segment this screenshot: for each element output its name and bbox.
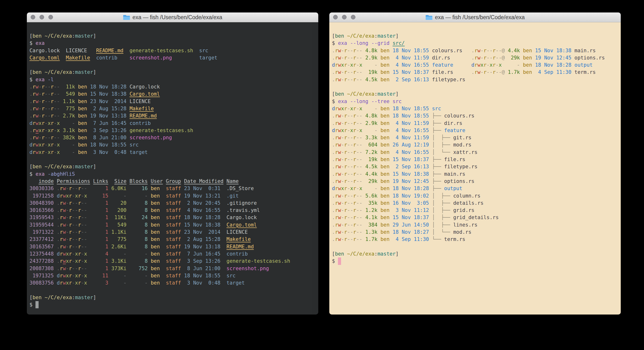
terminal-line: .rw-r--r-- 35k ben 16 Nov 3:05 │ ├── det… — [332, 200, 618, 207]
terminal-line: .rw-r--r-- 4.5k ben 2 Sep 16:13 filetype… — [332, 76, 618, 83]
terminal-line: .rw-r--r-- 5.6k ben 18 Nov 19:02 │ ├── c… — [332, 192, 618, 200]
terminal-line — [30, 156, 316, 163]
terminal-line: Cargo.toml Makefile contrib screenshot.p… — [30, 54, 316, 61]
terminal-line: .rw-r--r-- 4.8k ben 18 Nov 18:55 ├── col… — [332, 112, 618, 120]
terminal-line: drwxr-xr-x - ben 4 Nov 16:55 feature drw… — [332, 61, 618, 68]
terminal-line: $ — [332, 258, 618, 265]
terminal-line: .rw-r--r-- 4.4k ben 15 Nov 18:38 ├── mai… — [332, 170, 618, 178]
terminal-line — [30, 61, 316, 68]
terminal-line: .rw-r--r-- 1.1k ben 23 Nov 2014 LICENCE — [30, 98, 316, 105]
terminal-window-light: exa — fish /Users/ben/Code/exa/exa [ben … — [329, 12, 621, 314]
terminal-line: .rw-r--r-- 549 ben 15 Nov 18:38 Cargo.to… — [30, 90, 316, 98]
terminal-line: $ exa --long --tree src — [332, 98, 618, 105]
terminal-line: .rw-r--r-- 3.3k ben 4 Nov 11:59 │ ├── gi… — [332, 134, 618, 141]
terminal-line: $ exa -abghHliS — [30, 170, 316, 178]
terminal-line: [ben ~/C/e/exa:master] — [30, 68, 316, 76]
terminal-line: drwxr-xr-x - ben 4 Nov 16:55 ├── feature — [332, 127, 618, 134]
terminal-line: .rw-r--r-- 4.5k ben 2 Sep 16:13 ├── file… — [332, 163, 618, 170]
window-title-text: exa — fish /Users/ben/Code/exa/exa — [435, 14, 525, 20]
terminal-line: .rw-r--r-- 2.9k ben 4 Nov 11:59 ├── dir.… — [332, 120, 618, 127]
terminal-line — [332, 83, 618, 90]
terminal-line: $ exa — [30, 40, 316, 47]
terminal-line: $ exa --long --grid src/ — [332, 40, 618, 47]
close-button[interactable] — [31, 15, 35, 20]
terminal-line: 31959543 .rw-r--r-- 1 11Ki 24 ben staff … — [30, 214, 316, 221]
terminal-line: .rw-r--r-- 384 ben 29 Jun 14:50 │ ├── li… — [332, 221, 618, 228]
folder-icon — [426, 14, 432, 20]
minimize-button[interactable] — [40, 15, 44, 20]
terminal-line: Cargo.lock LICENCE README.md generate-te… — [30, 47, 316, 54]
terminal-line: 30163567 .rw-r--r-- 1 2.6Ki 8 ben staff … — [30, 243, 316, 250]
terminal-line: .rw-r--r-- 382k ben 8 Jun 21:00 screensh… — [30, 134, 316, 141]
minimize-button[interactable] — [342, 15, 346, 20]
terminal-line: $ — [30, 301, 316, 308]
terminal-screen-light[interactable]: [ben ~/C/e/exa:master]$ exa --long --gri… — [329, 22, 621, 314]
terminal-line: 31959544 .rw-r--r-- 1 549 8 ben staff 15… — [30, 221, 316, 228]
terminal-line: .rw-r--r-- 4.1k ben 15 Nov 18:37 │ ├── g… — [332, 214, 618, 221]
terminal-line: [ben ~/C/e/exa:master] — [30, 163, 316, 170]
terminal-line — [30, 286, 316, 294]
terminal-line: .rw-r--r-- 7.2k ben 4 Nov 16:55 │ └── xa… — [332, 149, 618, 156]
terminal-line: drwxr-xr-x - ben 3 Nov 0:48 target — [30, 149, 316, 156]
terminal-line: .rw-r--r-- 1.7k ben 4 Sep 11:30 └── term… — [332, 236, 618, 243]
terminal-line: [ben ~/C/e/exa:master] — [30, 294, 316, 301]
terminal-line: inode Permissions Links Size Blocks User… — [30, 178, 316, 185]
window-title: exa — fish /Users/ben/Code/exa/exa — [426, 14, 525, 20]
terminal-line: 30083756 drwxr-xr-x 3 - - ben staff 3 No… — [30, 279, 316, 286]
terminal-line: .rwxr-xr-x 3.1k ben 3 Sep 13:26 generate… — [30, 127, 316, 134]
terminal-line: [ben ~/C/e/exa:master] — [332, 90, 618, 98]
terminal-line: .rw-r--r-- 19k ben 15 Nov 18:37 file.rs … — [332, 68, 618, 76]
terminal-line: [ben ~/C/e/exa:master] — [332, 250, 618, 258]
terminal-line: .rw-r--r-- 775 ben 2 Aug 15:28 Makefile — [30, 105, 316, 112]
desktop: { "windows": { "left": { "title": "exa —… — [0, 0, 644, 350]
terminal-line: 12375448 drwxr-xr-x 4 - - ben staff 7 Ju… — [30, 250, 316, 258]
terminal-line: .rw-r--r-- 2.7k ben 19 Nov 13:18 README.… — [30, 112, 316, 120]
terminal-line: .rw-r--r-- 29k ben 19 Nov 12:45 ├── opti… — [332, 178, 618, 185]
terminal-line: .rw-r--r-- 19k ben 15 Nov 18:37 ├── file… — [332, 156, 618, 163]
window-controls — [333, 15, 356, 20]
terminal-screen-dark[interactable]: [ben ~/C/e/exa:master]$ exaCargo.lock LI… — [27, 22, 318, 314]
terminal-line: drwxr-xr-x - ben 18 Nov 18:55 src — [332, 105, 618, 112]
terminal-line: 23377412 .rw-r--r-- 1 775 8 ben staff 2 … — [30, 236, 316, 243]
close-button[interactable] — [333, 15, 338, 20]
terminal-line: 30163566 .rw-r--r-- 1 200 8 ben staff 4 … — [30, 207, 316, 214]
terminal-line — [332, 243, 618, 250]
titlebar: exa — fish /Users/ben/Code/exa/exa — [329, 12, 621, 22]
terminal-line: $ exa -l — [30, 76, 316, 83]
window-title: exa — fish /Users/ben/Code/exa/exa — [123, 14, 222, 20]
terminal-line: 1971322 .rw-r--r-- 1 1.1Ki 8 ben staff 2… — [30, 228, 316, 236]
window-title-text: exa — fish /Users/ben/Code/exa/exa — [132, 14, 222, 20]
terminal-line: .rw-r--r-- 2.9k ben 4 Nov 11:59 dir.rs .… — [332, 54, 618, 61]
zoom-button[interactable] — [351, 15, 356, 20]
terminal-line: 1971258 drwxr-xr-x 15 - - ben staff 19 N… — [30, 192, 316, 200]
terminal-line: [ben ~/C/e/exa:master] — [30, 32, 316, 40]
folder-icon — [123, 14, 130, 20]
terminal-line: .rw-r--r-- 1.2k ben 3 Nov 11:12 │ ├── gr… — [332, 207, 618, 214]
terminal-line: 30030336 .rw-r--r-- 1 6.0Ki 16 ben staff… — [30, 185, 316, 192]
terminal-line: .rw-r--r-- 11k ben 18 Nov 18:28 Cargo.lo… — [30, 83, 316, 90]
terminal-line: drwxr-xr-x - ben 7 Jun 16:45 contrib — [30, 120, 316, 127]
window-controls — [31, 15, 53, 20]
terminal-line: 30048390 .rw-r--r-- 1 20 8 ben staff 2 N… — [30, 200, 316, 207]
terminal-line: drwxr-xr-x - ben 18 Nov 18:28 ├── output — [332, 185, 618, 192]
terminal-line: 24377288 .rwxr-xr-x 1 3.1Ki 8 ben staff … — [30, 258, 316, 265]
terminal-line: [ben ~/C/e/exa:master] — [332, 32, 618, 40]
zoom-button[interactable] — [48, 15, 53, 20]
terminal-line: drwxr-xr-x - ben 18 Nov 18:55 src — [30, 141, 316, 148]
terminal-line: .rw-r--r-- 4.8k ben 18 Nov 18:55 colours… — [332, 47, 618, 54]
terminal-line: .rw-r--r-- 1.3k ben 18 Nov 18:27 │ └── m… — [332, 228, 618, 236]
terminal-line: .rw-r--r-- 604 ben 26 Aug 12:19 │ ├── mo… — [332, 141, 618, 148]
titlebar: exa — fish /Users/ben/Code/exa/exa — [27, 12, 318, 22]
terminal-line: 20087308 .rw-r--r-- 1 373Ki 752 ben staf… — [30, 265, 316, 272]
terminal-line: 1971325 drwxr-xr-x 11 - - ben staff 18 N… — [30, 272, 316, 279]
terminal-window-dark: exa — fish /Users/ben/Code/exa/exa [ben … — [27, 12, 318, 314]
